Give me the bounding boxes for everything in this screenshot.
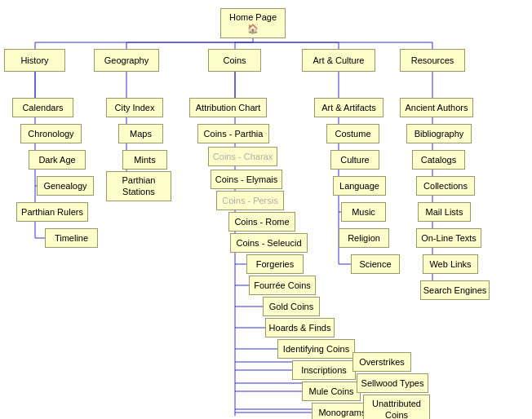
node-coinscharax[interactable]: Coins - Charax: [208, 147, 277, 166]
node-fourreecoins[interactable]: Fourrée Coins: [249, 276, 316, 295]
node-home[interactable]: Home Page🏠: [220, 8, 286, 38]
node-music[interactable]: Music: [341, 202, 386, 222]
node-history[interactable]: History: [4, 49, 65, 72]
node-coinsparthia[interactable]: Coins - Parthia: [197, 124, 269, 143]
node-chronology[interactable]: Chronology: [20, 124, 82, 143]
node-inscriptions[interactable]: Inscriptions: [292, 360, 356, 380]
node-onlinetexts[interactable]: On-Line Texts: [416, 228, 481, 248]
node-hoards[interactable]: Hoards & Finds: [265, 318, 335, 337]
node-parthianrulers[interactable]: Parthian Rulers: [16, 202, 88, 222]
node-culture[interactable]: Culture: [330, 150, 379, 170]
node-darkage[interactable]: Dark Age: [29, 150, 86, 170]
node-identifying[interactable]: Identifying Coins: [277, 339, 355, 359]
node-catalogs[interactable]: Catalogs: [412, 150, 465, 170]
node-ancientauthors[interactable]: Ancient Authors: [400, 98, 473, 117]
node-timeline[interactable]: Timeline: [45, 228, 98, 248]
node-costume[interactable]: Costume: [326, 124, 379, 143]
node-coins[interactable]: Coins: [208, 49, 261, 72]
node-language[interactable]: Language: [333, 176, 386, 196]
node-resources[interactable]: Resources: [400, 49, 465, 72]
node-mints[interactable]: Mints: [122, 150, 167, 170]
node-weblinks[interactable]: Web Links: [423, 254, 478, 274]
node-art[interactable]: Art & Culture: [302, 49, 375, 72]
node-genealogy[interactable]: Genealogy: [37, 176, 94, 196]
node-mulecoins[interactable]: Mule Coins: [302, 382, 361, 401]
node-geography[interactable]: Geography: [94, 49, 159, 72]
node-overstrikes[interactable]: Overstrikes: [352, 352, 411, 372]
node-maps[interactable]: Maps: [118, 124, 163, 143]
node-religion[interactable]: Religion: [339, 228, 389, 248]
node-forgeries[interactable]: Forgeries: [246, 254, 304, 274]
tree-container: Home Page🏠HistoryGeographyCoinsArt & Cul…: [0, 0, 532, 419]
node-parthianstations[interactable]: ParthianStations: [106, 171, 171, 201]
node-calendars[interactable]: Calendars: [12, 98, 73, 117]
node-coinspersis[interactable]: Coins - Persis: [216, 191, 284, 210]
node-science[interactable]: Science: [351, 254, 400, 274]
node-goldcoins[interactable]: Gold Coins: [263, 297, 320, 316]
node-collections[interactable]: Collections: [416, 176, 475, 196]
node-unattributed[interactable]: UnattributedCoins: [363, 395, 430, 419]
node-searchengines[interactable]: Search Engines: [420, 280, 490, 300]
node-attribution[interactable]: Attribution Chart: [189, 98, 267, 117]
node-maillists[interactable]: Mail Lists: [418, 202, 471, 222]
node-coinselymais[interactable]: Coins - Elymais: [211, 170, 282, 189]
node-sellwood[interactable]: Sellwood Types: [357, 373, 428, 393]
node-bibliography[interactable]: Bibliography: [406, 124, 472, 143]
node-cityindex[interactable]: City Index: [106, 98, 163, 117]
node-coinsseleucid[interactable]: Coins - Seleucid: [230, 233, 308, 253]
node-artartifacts[interactable]: Art & Artifacts: [314, 98, 383, 117]
node-coinsrome[interactable]: Coins - Rome: [228, 212, 295, 232]
